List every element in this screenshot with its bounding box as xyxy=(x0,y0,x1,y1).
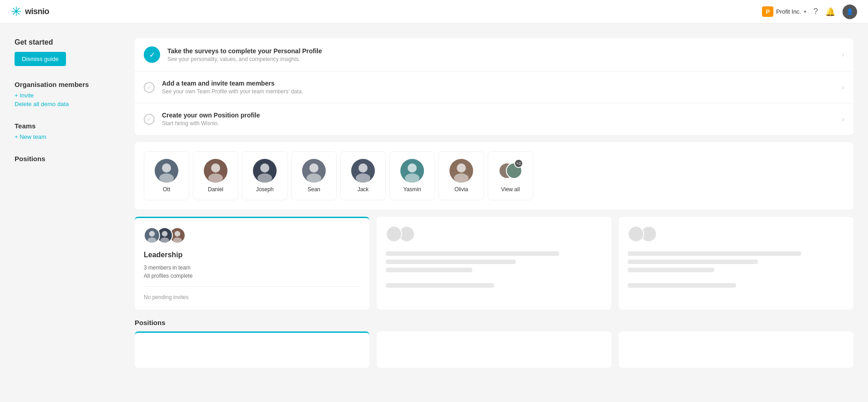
placeholder-line-2a xyxy=(386,251,559,256)
view-all-card[interactable]: +2 View all xyxy=(488,151,533,200)
header-right: P Profit Inc. ▾ ? 🔔 👤 xyxy=(762,5,857,19)
placeholder-line-2d xyxy=(386,283,494,288)
delete-demo-link[interactable]: Delete all demo data xyxy=(15,101,113,107)
svg-point-0 xyxy=(162,163,171,173)
check-circle-icon: ✓ xyxy=(144,46,160,63)
logo-text: wisnio xyxy=(25,7,49,16)
positions-grid xyxy=(135,331,853,368)
org-members-label: Organisation members xyxy=(15,81,113,88)
gs-item-team-text: Add a team and invite team members See y… xyxy=(162,80,842,95)
member-card-ott[interactable]: Ott xyxy=(144,151,189,200)
main-content: ✓ Take the surveys to complete your Pers… xyxy=(127,24,868,402)
member-name-daniel: Daniel xyxy=(208,186,223,193)
teams-label: Teams xyxy=(15,122,113,130)
position-card-2 xyxy=(377,331,611,368)
gs-item-team-subtitle: See your own Team Profile with your team… xyxy=(162,88,842,95)
member-name-olivia: Olivia xyxy=(454,186,468,193)
gs-item-position-subtitle: Start hiring with Wisnio. xyxy=(162,120,842,127)
svg-point-9 xyxy=(356,173,370,183)
svg-point-13 xyxy=(454,173,469,183)
placeholder-line-2c xyxy=(386,268,472,272)
gs-item-survey-subtitle: See your personality, values, and compet… xyxy=(167,56,842,62)
placeholder-line-3d xyxy=(628,283,736,288)
notifications-icon[interactable]: 🔔 xyxy=(825,7,835,17)
get-started-title: Get started xyxy=(15,38,113,46)
new-team-link[interactable]: + New team xyxy=(15,133,113,140)
page-body: Get started Dismiss guide Organisation m… xyxy=(0,24,868,402)
svg-point-3 xyxy=(208,173,223,183)
member-card-olivia[interactable]: Olivia xyxy=(439,151,484,200)
user-avatar[interactable]: 👤 xyxy=(843,5,857,19)
company-switcher[interactable]: P Profit Inc. ▾ xyxy=(762,6,806,17)
svg-point-10 xyxy=(408,163,417,173)
team-card-leadership[interactable]: Leadership 3 members in team All profile… xyxy=(135,217,369,310)
member-card-joseph[interactable]: Joseph xyxy=(242,151,288,200)
gs-item-team[interactable]: ✓ Add a team and invite team members See… xyxy=(135,71,853,103)
team-avatar-stack xyxy=(144,227,360,244)
unchecked-circle-icon: ✓ xyxy=(144,114,155,125)
member-name-ott: Ott xyxy=(163,186,170,193)
gs-item-position[interactable]: ✓ Create your own Position profile Start… xyxy=(135,103,853,135)
avatar-joseph xyxy=(253,159,277,183)
placeholder-avatars-3 xyxy=(628,226,844,242)
member-card-yasmin[interactable]: Yasmin xyxy=(389,151,435,200)
logo-icon: ✳ xyxy=(11,4,21,19)
gs-item-position-title: Create your own Position profile xyxy=(162,112,842,119)
avatar-jack xyxy=(351,159,375,183)
company-name: Profit Inc. xyxy=(776,8,801,15)
placeholder-avatars-2 xyxy=(386,226,602,242)
get-started-card: ✓ Take the surveys to complete your Pers… xyxy=(135,38,853,135)
team-pending-invites: No pending invites xyxy=(144,294,360,300)
invite-link[interactable]: + Invite xyxy=(15,92,113,99)
gs-item-team-title: Add a team and invite team members xyxy=(162,80,842,87)
team-divider xyxy=(144,286,360,287)
team-profiles-status: All profiles complete xyxy=(144,273,360,279)
placeholder-avatar-2a xyxy=(386,226,402,242)
gs-item-survey-text: Take the surveys to complete your Person… xyxy=(167,47,842,62)
positions-label: Positions xyxy=(15,155,113,163)
teams-sidebar-section: Teams + New team xyxy=(15,122,113,140)
gs-item-survey-title: Take the surveys to complete your Person… xyxy=(167,47,842,55)
placeholder-avatar-3a xyxy=(628,226,644,242)
svg-point-8 xyxy=(358,163,368,173)
view-all-avatar-stack: +2 xyxy=(499,159,522,183)
gs-item-position-text: Create your own Position profile Start h… xyxy=(162,112,842,127)
unchecked-circle-icon: ✓ xyxy=(144,82,155,93)
member-card-daniel[interactable]: Daniel xyxy=(193,151,238,200)
avatar-sean xyxy=(302,159,326,183)
svg-point-11 xyxy=(405,173,419,183)
svg-point-6 xyxy=(309,163,318,173)
position-card-3 xyxy=(619,331,853,368)
get-started-section: Get started Dismiss guide xyxy=(15,38,113,66)
team-card-placeholder-3 xyxy=(619,217,853,310)
svg-point-7 xyxy=(307,173,321,183)
avatar-daniel xyxy=(204,159,227,183)
svg-point-18 xyxy=(175,231,180,236)
member-card-jack[interactable]: Jack xyxy=(340,151,386,200)
dismiss-guide-button[interactable]: Dismiss guide xyxy=(15,52,66,66)
member-name-jack: Jack xyxy=(358,186,369,193)
member-name-sean: Sean xyxy=(308,186,320,193)
teams-grid: Leadership 3 members in team All profile… xyxy=(135,217,853,310)
chevron-right-icon: › xyxy=(842,83,844,92)
team-members-count: 3 members in team xyxy=(144,265,360,271)
placeholder-line-3b xyxy=(628,260,758,264)
gs-item-survey[interactable]: ✓ Take the surveys to complete your Pers… xyxy=(135,38,853,71)
positions-section-title: Positions xyxy=(135,319,166,326)
members-grid: Ott Daniel Joseph xyxy=(144,151,844,200)
svg-point-19 xyxy=(173,237,182,243)
member-card-sean[interactable]: Sean xyxy=(291,151,337,200)
logo[interactable]: ✳ wisnio xyxy=(11,4,49,19)
member-name-joseph: Joseph xyxy=(256,186,274,193)
svg-point-4 xyxy=(260,163,269,173)
help-icon[interactable]: ? xyxy=(813,7,818,16)
org-members-section: Ott Daniel Joseph xyxy=(135,142,853,209)
member-name-yasmin: Yasmin xyxy=(403,186,421,193)
placeholder-line-3a xyxy=(628,251,801,256)
view-all-label: View all xyxy=(501,186,520,193)
plus-badge: +2 xyxy=(514,159,523,168)
positions-sidebar-section: Positions xyxy=(15,155,113,163)
svg-point-5 xyxy=(257,173,272,183)
org-members-sidebar-section: Organisation members + Invite Delete all… xyxy=(15,81,113,107)
header: ✳ wisnio P Profit Inc. ▾ ? 🔔 👤 xyxy=(0,0,868,24)
